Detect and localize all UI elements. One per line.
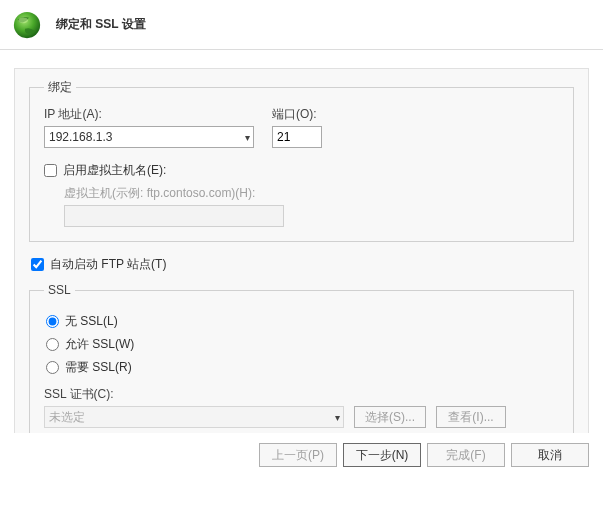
ssl-cert-select: 未选定 — [44, 406, 344, 428]
title-bar: 绑定和 SSL 设置 — [0, 0, 603, 50]
enable-vhost-row: 启用虚拟主机名(E): — [44, 162, 559, 179]
enable-vhost-label: 启用虚拟主机名(E): — [63, 162, 166, 179]
ssl-view-button: 查看(I)... — [436, 406, 506, 428]
ip-address-select[interactable]: 192.168.1.3 — [44, 126, 254, 148]
ssl-group: SSL 无 SSL(L) 允许 SSL(W) 需要 SSL(R) SSL 证书(… — [29, 283, 574, 443]
ssl-require-label: 需要 SSL(R) — [65, 359, 132, 376]
ssl-cert-block: SSL 证书(C): 未选定 ▾ 选择(S)... 查看(I)... — [44, 386, 559, 428]
auto-start-row: 自动启动 FTP 站点(T) — [31, 256, 574, 273]
main-panel: 绑定 IP 地址(A): 192.168.1.3 ▾ 端口(O): — [14, 68, 589, 474]
vhost-input — [64, 205, 284, 227]
ip-port-row: IP 地址(A): 192.168.1.3 ▾ 端口(O): — [44, 106, 559, 148]
content-area: 绑定 IP 地址(A): 192.168.1.3 ▾ 端口(O): — [0, 50, 603, 474]
port-col: 端口(O): — [272, 106, 322, 148]
ssl-none-row: 无 SSL(L) — [46, 313, 559, 330]
auto-start-label: 自动启动 FTP 站点(T) — [50, 256, 166, 273]
ssl-require-radio[interactable] — [46, 361, 59, 374]
ssl-select-button: 选择(S)... — [354, 406, 426, 428]
ssl-allow-label: 允许 SSL(W) — [65, 336, 134, 353]
ssl-allow-row: 允许 SSL(W) — [46, 336, 559, 353]
ssl-require-row: 需要 SSL(R) — [46, 359, 559, 376]
binding-legend: 绑定 — [44, 79, 76, 96]
globe-icon — [12, 10, 42, 40]
vhost-label: 虚拟主机(示例: ftp.contoso.com)(H): — [64, 185, 559, 202]
dialog-title: 绑定和 SSL 设置 — [56, 16, 146, 33]
ip-col: IP 地址(A): 192.168.1.3 ▾ — [44, 106, 254, 148]
ip-select-wrap[interactable]: 192.168.1.3 ▾ — [44, 126, 254, 148]
svg-point-0 — [14, 11, 40, 37]
cancel-button[interactable]: 取消 — [511, 443, 589, 467]
ssl-cert-row: 未选定 ▾ 选择(S)... 查看(I)... — [44, 406, 559, 428]
finish-button: 完成(F) — [427, 443, 505, 467]
ssl-cert-select-wrap: 未选定 ▾ — [44, 406, 344, 428]
binding-group: 绑定 IP 地址(A): 192.168.1.3 ▾ 端口(O): — [29, 79, 574, 242]
auto-start-checkbox[interactable] — [31, 258, 44, 271]
svg-point-1 — [19, 17, 28, 23]
port-label: 端口(O): — [272, 106, 322, 123]
port-input[interactable] — [272, 126, 322, 148]
ssl-none-radio[interactable] — [46, 315, 59, 328]
ssl-cert-label: SSL 证书(C): — [44, 387, 114, 401]
enable-vhost-checkbox[interactable] — [44, 164, 57, 177]
ssl-none-label: 无 SSL(L) — [65, 313, 118, 330]
ssl-allow-radio[interactable] — [46, 338, 59, 351]
next-button[interactable]: 下一步(N) — [343, 443, 421, 467]
vhost-block: 虚拟主机(示例: ftp.contoso.com)(H): — [64, 185, 559, 227]
prev-button: 上一页(P) — [259, 443, 337, 467]
ssl-legend: SSL — [44, 283, 75, 297]
wizard-footer: 上一页(P) 下一步(N) 完成(F) 取消 — [0, 433, 603, 479]
ip-label: IP 地址(A): — [44, 106, 254, 123]
dialog-window: 绑定和 SSL 设置 绑定 IP 地址(A): 192.168.1.3 ▾ — [0, 0, 603, 523]
